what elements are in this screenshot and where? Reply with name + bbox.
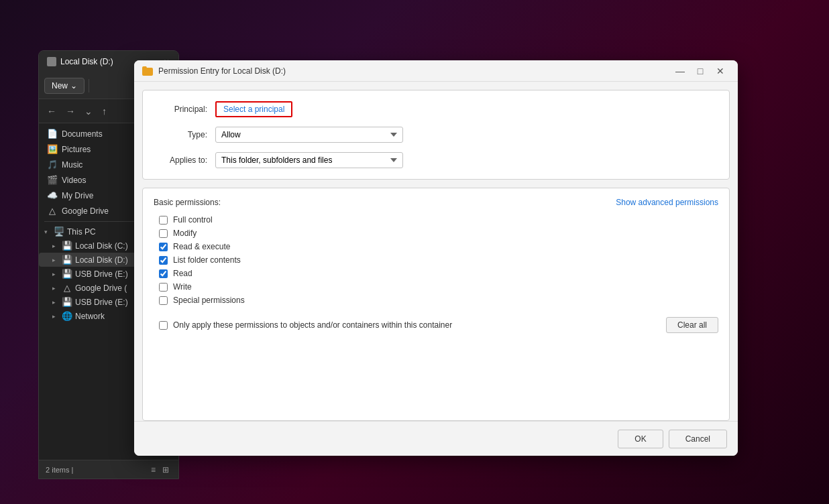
new-button-label: New — [52, 81, 68, 90]
read-checkbox[interactable] — [159, 269, 168, 278]
chevron-down-icon: ▾ — [44, 229, 51, 235]
usb2-label: USB Drive (E:) — [75, 298, 128, 307]
clear-all-button[interactable]: Clear all — [666, 317, 718, 333]
readexecute-checkbox[interactable] — [159, 243, 168, 251]
perm-row-write: Write — [154, 282, 718, 292]
google-drive-label: Google Drive ( — [75, 284, 127, 293]
type-label: Type: — [154, 130, 207, 139]
applies-row: Applies to: This folder, subfolders and … — [154, 152, 718, 168]
type-select[interactable]: Allow Deny — [215, 127, 403, 143]
dialog-title-text: Permission Entry for Local Disk (D:) — [158, 66, 286, 76]
perm-row-listfolder: List folder contents — [154, 255, 718, 265]
ok-button[interactable]: OK — [618, 430, 663, 448]
computer-icon: 🖥️ — [54, 227, 64, 237]
items-label: items — [52, 466, 69, 474]
grid-view-button[interactable]: ⊞ — [160, 464, 172, 476]
googledrive-icon: △ — [47, 206, 58, 216]
forward-button[interactable]: → — [62, 103, 79, 119]
status-text: 2 items | — [46, 466, 73, 474]
special-checkbox[interactable] — [159, 296, 168, 305]
chevron-right-icon: ▸ — [52, 299, 59, 306]
permissions-title: Basic permissions: — [154, 198, 221, 207]
permissions-section: Basic permissions: Show advanced permiss… — [142, 188, 730, 421]
new-button[interactable]: New ⌄ — [44, 78, 85, 94]
usb-e-label: USB Drive (E:) — [75, 269, 128, 279]
documents-icon: 📄 — [47, 129, 58, 139]
select-principal-button[interactable]: Select a principal — [215, 101, 292, 117]
back-button[interactable]: ← — [43, 103, 60, 119]
fullcontrol-label: Full control — [173, 215, 213, 225]
drive-icon — [47, 57, 56, 66]
dialog-body: Principal: Select a principal Type: Allo… — [134, 82, 738, 421]
usb-e-icon: 💾 — [62, 269, 72, 279]
sidebar-item-label: Documents — [62, 129, 103, 139]
up-button[interactable]: ↑ — [98, 103, 111, 119]
write-label: Write — [173, 282, 192, 292]
perm-row-fullcontrol: Full control — [154, 215, 718, 225]
this-pc-label: This PC — [67, 227, 96, 237]
perm-row-modify: Modify — [154, 229, 718, 238]
type-row: Type: Allow Deny — [154, 127, 718, 143]
network-icon: 🌐 — [62, 311, 72, 321]
applies-label: Applies to: — [154, 155, 207, 165]
principal-label: Principal: — [154, 105, 207, 114]
item-count: 2 — [46, 466, 50, 474]
sidebar-item-label: Videos — [62, 176, 86, 185]
sidebar-item-label: Google Drive — [62, 206, 109, 216]
dialog-close-button[interactable]: ✕ — [711, 64, 730, 78]
sidebar-item-label: My Drive — [62, 191, 93, 200]
modify-label: Modify — [173, 229, 197, 238]
down-button[interactable]: ⌄ — [80, 103, 97, 119]
dialog-footer: OK Cancel — [134, 421, 738, 456]
permission-form: Principal: Select a principal Type: Allo… — [142, 90, 730, 180]
folder-title-icon — [142, 66, 153, 76]
pictures-icon: 🖼️ — [47, 144, 58, 154]
read-label: Read — [173, 269, 192, 278]
chevron-right-icon: ▸ — [52, 285, 59, 292]
container-only-label: Only apply these permissions to objects … — [173, 320, 452, 330]
special-label: Special permissions — [173, 296, 245, 305]
status-sep: | — [72, 466, 74, 474]
drive-d-icon: 💾 — [62, 255, 72, 265]
chevron-right-icon: ▸ — [52, 271, 59, 277]
chevron-right-icon: ▸ — [52, 313, 59, 320]
view-buttons: ≡ ⊞ — [148, 464, 172, 476]
permission-dialog: Permission Entry for Local Disk (D:) — □… — [134, 60, 738, 456]
permissions-header: Basic permissions: Show advanced permiss… — [154, 198, 718, 207]
explorer-title-left: Local Disk (D:) — [47, 57, 113, 66]
perm-row-read: Read — [154, 269, 718, 278]
applies-select[interactable]: This folder, subfolders and files This f… — [215, 152, 403, 168]
dialog-titlebar: Permission Entry for Local Disk (D:) — □… — [134, 60, 738, 82]
show-advanced-button[interactable]: Show advanced permissions — [616, 198, 718, 207]
modify-checkbox[interactable] — [159, 229, 168, 238]
perm-row-special: Special permissions — [154, 296, 718, 305]
dialog-title-controls: — □ ✕ — [671, 64, 730, 78]
sidebar-item-label: Music — [62, 160, 82, 170]
perm-row-readexecute: Read & execute — [154, 242, 718, 251]
network-label: Network — [75, 312, 105, 321]
dialog-minimize-button[interactable]: — — [671, 64, 689, 78]
mydrive-icon: ☁️ — [47, 190, 58, 200]
listfolder-label: List folder contents — [173, 255, 241, 265]
fullcontrol-checkbox[interactable] — [159, 216, 168, 225]
chevron-right-icon: ▸ — [52, 243, 59, 249]
new-button-chevron: ⌄ — [70, 81, 77, 90]
drive-d-label: Local Disk (D:) — [75, 255, 128, 265]
list-view-button[interactable]: ≡ — [148, 464, 158, 476]
dialog-maximize-button[interactable]: □ — [691, 64, 710, 78]
principal-row: Principal: Select a principal — [154, 101, 718, 117]
dialog-title-left: Permission Entry for Local Disk (D:) — [142, 66, 286, 76]
cancel-button[interactable]: Cancel — [669, 430, 727, 448]
videos-icon: 🎬 — [47, 175, 58, 185]
music-icon: 🎵 — [47, 160, 58, 170]
listfolder-checkbox[interactable] — [159, 256, 168, 265]
container-only-checkbox[interactable] — [159, 321, 168, 330]
usb2-icon: 💾 — [62, 297, 72, 307]
readexecute-label: Read & execute — [173, 242, 230, 251]
container-only-row: Only apply these permissions to objects … — [154, 317, 718, 333]
write-checkbox[interactable] — [159, 283, 168, 292]
explorer-statusbar: 2 items | ≡ ⊞ — [39, 460, 178, 479]
toolbar-separator — [89, 79, 89, 92]
google-drive-icon: △ — [62, 283, 72, 293]
chevron-right-icon: ▸ — [52, 257, 59, 263]
